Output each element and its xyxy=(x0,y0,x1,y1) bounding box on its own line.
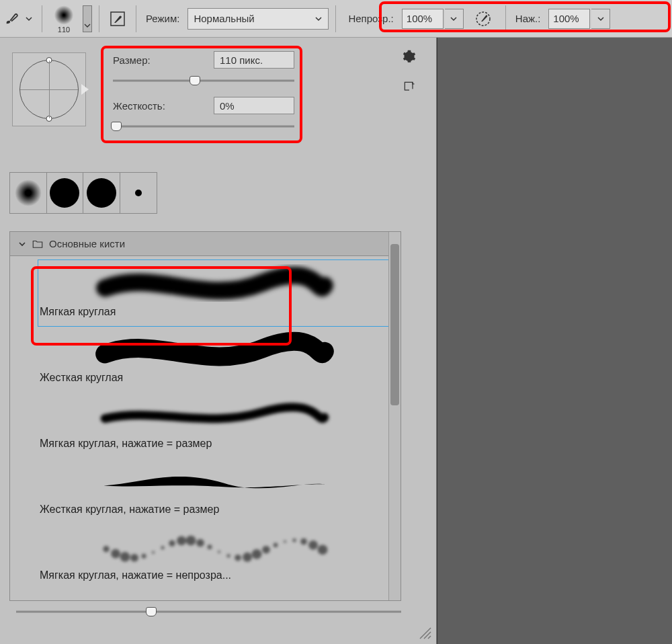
flow-dropdown[interactable] xyxy=(591,9,610,29)
brush-name: Мягкая круглая, нажатие = размер xyxy=(40,438,390,450)
tiny-round-icon xyxy=(135,190,142,196)
blend-mode-value: Нормальный xyxy=(194,13,254,24)
size-slider[interactable] xyxy=(113,75,294,86)
canvas[interactable] xyxy=(437,38,672,644)
slider-thumb[interactable] xyxy=(190,76,200,85)
slider-track xyxy=(113,126,294,128)
hardness-slider[interactable] xyxy=(113,121,294,132)
brush-preview-dot xyxy=(52,4,75,26)
separator xyxy=(99,5,99,32)
opacity-dropdown[interactable] xyxy=(445,9,464,29)
chevron-down-icon xyxy=(18,240,26,248)
brush-stroke-preview xyxy=(40,330,390,368)
svg-point-24 xyxy=(284,540,286,543)
recent-brush-3[interactable] xyxy=(83,173,120,213)
angle-handle-top[interactable] xyxy=(46,57,52,63)
slider-thumb[interactable] xyxy=(111,122,122,131)
opacity-label: Непрозр.: xyxy=(348,13,393,24)
brush-stroke-preview xyxy=(40,462,390,499)
svg-point-13 xyxy=(177,536,186,545)
svg-point-17 xyxy=(218,551,220,553)
brush-preset-panel: Размер: 110 пикс. Жесткость: 0% xyxy=(0,38,437,644)
svg-point-15 xyxy=(196,539,204,547)
svg-point-28 xyxy=(318,545,328,555)
brush-size-caption: 110 xyxy=(58,26,70,34)
chevron-down-icon xyxy=(314,15,323,23)
brush-tool-icon xyxy=(4,11,19,26)
brush-name: Жесткая круглая xyxy=(40,372,390,384)
main-area: Размер: 110 пикс. Жесткость: 0% xyxy=(0,38,672,644)
svg-point-2 xyxy=(476,12,490,26)
svg-point-16 xyxy=(208,545,212,549)
hardness-input[interactable]: 0% xyxy=(214,97,294,114)
recent-brushes-strip xyxy=(9,172,157,214)
angle-handle-bottom[interactable] xyxy=(46,116,52,122)
panel-resize-grip[interactable] xyxy=(417,625,432,640)
brush-item[interactable]: Мягкая круглая xyxy=(38,260,391,326)
brush-item[interactable]: Мягкая круглая, нажатие = размер xyxy=(38,392,391,458)
svg-point-23 xyxy=(274,542,278,547)
svg-rect-3 xyxy=(405,82,413,90)
brush-name: Мягкая круглая xyxy=(40,306,390,318)
recent-brush-4[interactable] xyxy=(120,173,157,213)
hardness-label: Жесткость: xyxy=(113,100,180,112)
svg-point-12 xyxy=(169,540,175,547)
separator xyxy=(136,5,136,32)
svg-point-5 xyxy=(103,546,109,552)
svg-point-14 xyxy=(186,536,196,546)
new-preset-icon[interactable] xyxy=(403,80,416,95)
brush-stroke-preview xyxy=(40,396,390,434)
blend-mode-select[interactable]: Нормальный xyxy=(187,8,329,30)
hard-round-icon xyxy=(87,178,116,208)
pressure-opacity-toggle[interactable] xyxy=(472,7,495,30)
recent-brush-2[interactable] xyxy=(47,173,84,213)
size-input[interactable]: 110 пикс. xyxy=(214,51,294,69)
brush-group-title: Основные кисти xyxy=(49,238,125,249)
recent-brush-1[interactable] xyxy=(10,173,47,213)
brush-preview[interactable]: 110 xyxy=(49,4,79,34)
brush-item[interactable]: Жесткая круглая, нажатие = размер xyxy=(38,458,391,524)
angle-direction-arrow[interactable] xyxy=(81,84,89,95)
slider-track xyxy=(113,80,294,82)
options-bar: 110 Режим: Нормальный Непрозр.: 100% Наж… xyxy=(0,0,672,38)
opacity-input[interactable]: 100% xyxy=(402,9,444,29)
brush-settings-panel-button[interactable] xyxy=(106,7,129,30)
svg-point-11 xyxy=(161,546,165,549)
size-label: Размер: xyxy=(113,54,180,66)
separator xyxy=(42,5,42,32)
brush-list-scrollbar[interactable] xyxy=(388,232,401,600)
svg-point-25 xyxy=(292,538,296,542)
brush-stroke-preview xyxy=(40,528,390,565)
scrollbar-thumb[interactable] xyxy=(390,244,399,405)
brush-list: Основные кисти Мягкая круглаяЖесткая кру… xyxy=(9,231,401,601)
brush-item[interactable]: Жесткая круглая xyxy=(38,326,391,392)
folder-icon xyxy=(32,238,44,250)
svg-point-10 xyxy=(152,551,155,554)
brush-preview-size-slider[interactable] xyxy=(16,606,401,617)
flow-label: Наж.: xyxy=(515,13,541,24)
slider-thumb[interactable] xyxy=(146,607,157,616)
brush-name: Жесткая круглая, нажатие = размер xyxy=(40,504,390,516)
brush-item[interactable]: Мягкая круглая, нажатие = непрозра... xyxy=(38,524,391,590)
svg-point-18 xyxy=(227,554,230,557)
brush-stroke-preview xyxy=(40,264,390,302)
soft-round-icon xyxy=(15,179,42,206)
brush-angle-widget[interactable] xyxy=(12,52,86,126)
brush-name: Мягкая круглая, нажатие = непрозра... xyxy=(40,569,390,581)
chevron-down-icon xyxy=(450,15,458,23)
svg-point-9 xyxy=(142,554,146,559)
chevron-down-icon xyxy=(597,15,605,23)
svg-point-7 xyxy=(120,552,130,562)
svg-point-21 xyxy=(252,549,262,559)
tool-preset-dropdown[interactable] xyxy=(23,13,35,25)
hard-round-icon xyxy=(50,178,79,208)
gear-icon[interactable] xyxy=(403,50,416,65)
svg-point-26 xyxy=(300,538,307,545)
flow-input[interactable]: 100% xyxy=(548,9,590,29)
svg-point-20 xyxy=(243,553,252,562)
panel-option-icons xyxy=(403,50,416,95)
brush-preset-picker-toggle[interactable] xyxy=(83,5,92,32)
brush-group-header[interactable]: Основные кисти xyxy=(10,232,401,256)
angle-circle[interactable] xyxy=(19,60,79,119)
svg-point-22 xyxy=(262,546,270,554)
